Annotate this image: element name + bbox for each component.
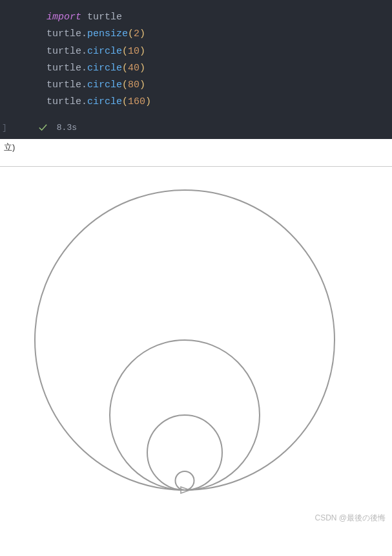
token-number: 10 bbox=[128, 46, 139, 57]
token-paren: ( bbox=[122, 80, 128, 91]
circle-r40 bbox=[147, 415, 222, 490]
token-method: circle bbox=[87, 96, 122, 107]
token-paren: ) bbox=[139, 80, 145, 91]
token-module: turtle bbox=[46, 96, 81, 107]
token-paren: ) bbox=[145, 96, 151, 107]
code-line-0[interactable]: import turtle bbox=[0, 9, 392, 26]
execution-time: 8.3s bbox=[57, 123, 77, 133]
token-paren: ( bbox=[128, 28, 134, 39]
watermark-text: CSDN @最後の後悔 bbox=[315, 513, 386, 524]
token-keyword-import: import bbox=[46, 12, 81, 23]
token-number: 2 bbox=[134, 28, 139, 39]
token-module: turtle bbox=[46, 28, 81, 39]
code-line-3[interactable]: turtle.circle(40) bbox=[0, 60, 392, 77]
code-editor[interactable]: import turtleturtle.pensize(2)turtle.cir… bbox=[0, 0, 392, 119]
token-module: turtle bbox=[46, 46, 81, 57]
token-method: circle bbox=[87, 46, 122, 57]
token-paren: ) bbox=[139, 46, 145, 57]
token-module: turtle bbox=[46, 63, 81, 74]
token-paren: ( bbox=[122, 96, 128, 107]
turtle-output-svg bbox=[0, 167, 392, 529]
output-header: 立) bbox=[0, 139, 392, 156]
token-number: 40 bbox=[128, 63, 139, 74]
code-line-5[interactable]: turtle.circle(160) bbox=[0, 94, 392, 111]
token-dot: . bbox=[81, 28, 87, 39]
code-line-2[interactable]: turtle.circle(10) bbox=[0, 43, 392, 60]
token-number: 160 bbox=[128, 96, 145, 107]
execution-status-bar: ] 8.3s bbox=[0, 119, 392, 139]
circle-r10 bbox=[176, 471, 194, 490]
token-method: circle bbox=[87, 80, 122, 91]
token-dot: . bbox=[81, 96, 87, 107]
cell-bracket: ] bbox=[0, 123, 7, 133]
token-paren: ) bbox=[139, 28, 145, 39]
status-checkmark-icon bbox=[38, 123, 48, 133]
token-paren: ( bbox=[122, 63, 128, 74]
token-method: pensize bbox=[87, 28, 128, 39]
token-paren: ) bbox=[139, 63, 145, 74]
token-dot: . bbox=[81, 63, 87, 74]
code-line-1[interactable]: turtle.pensize(2) bbox=[0, 26, 392, 43]
token-dot: . bbox=[81, 80, 87, 91]
token-module: turtle bbox=[46, 80, 81, 91]
token-paren: ( bbox=[122, 46, 128, 57]
token-module bbox=[81, 12, 87, 23]
code-line-4[interactable]: turtle.circle(80) bbox=[0, 77, 392, 94]
token-module: turtle bbox=[87, 12, 122, 23]
token-number: 80 bbox=[128, 80, 139, 91]
turtle-canvas: CSDN @最後の後悔 bbox=[0, 167, 392, 529]
token-method: circle bbox=[87, 63, 122, 74]
token-dot: . bbox=[81, 46, 87, 57]
